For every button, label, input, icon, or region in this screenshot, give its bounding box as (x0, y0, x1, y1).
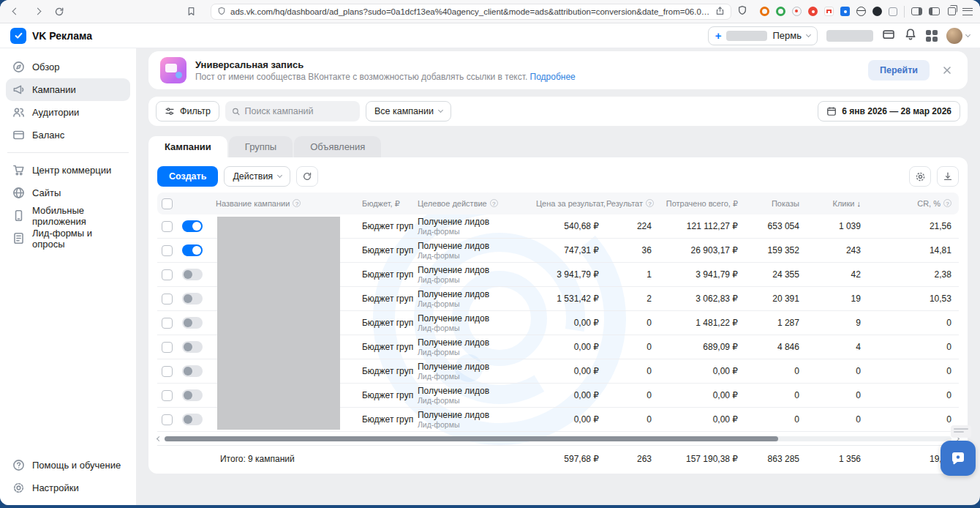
col-action[interactable]: Целевое действие (418, 199, 487, 208)
row-checkbox[interactable] (162, 390, 173, 401)
col-cr[interactable]: CR, % (917, 199, 941, 208)
result-cell: 0 (606, 311, 659, 335)
campaign-toggle[interactable] (182, 244, 203, 256)
horizontal-scrollbar[interactable] (157, 434, 959, 443)
campaign-toggle[interactable] (182, 293, 203, 305)
privacy-shield-icon[interactable] (737, 5, 747, 18)
campaign-toggle[interactable] (182, 414, 203, 425)
reload-button[interactable] (51, 4, 67, 20)
sidebar-item-help[interactable]: Помощь и обучение (6, 454, 130, 477)
actions-button[interactable]: Действия (224, 166, 290, 187)
col-result[interactable]: Результат (606, 199, 643, 208)
sort-desc-icon[interactable]: ↓ (856, 199, 861, 208)
split-view-icon[interactable] (911, 7, 922, 15)
close-icon[interactable] (938, 61, 956, 79)
sidebar-item-balance[interactable]: Баланс (6, 124, 130, 146)
back-button[interactable] (7, 4, 23, 20)
row-checkbox[interactable] (162, 414, 173, 425)
sidebar-item-overview[interactable]: Обзор (6, 56, 130, 78)
select-all-checkbox[interactable] (162, 198, 173, 209)
col-clicks[interactable]: Клики (833, 199, 855, 208)
extension-icon-green[interactable] (776, 7, 785, 16)
github-icon[interactable] (872, 7, 882, 16)
info-icon[interactable]: ? (646, 199, 654, 207)
menu-icon[interactable] (962, 8, 973, 15)
copy-icon[interactable] (948, 7, 956, 15)
extension-icon-blue[interactable] (840, 7, 850, 16)
sidebar-item-audiences[interactable]: Аудитории (6, 101, 130, 124)
campaign-toggle[interactable] (182, 317, 203, 329)
apps-grid-icon[interactable] (926, 30, 938, 42)
campaign-scope-select[interactable]: Все кампании (366, 101, 451, 122)
row-checkbox[interactable] (162, 294, 173, 305)
extension-icon-red[interactable] (808, 7, 818, 16)
support-chat-button[interactable] (941, 441, 976, 476)
campaign-toggle[interactable] (182, 389, 203, 401)
scroll-left-icon[interactable] (157, 436, 162, 441)
row-checkbox[interactable] (162, 221, 173, 232)
sidebar-item-mobile-apps[interactable]: Мобильные приложения (6, 204, 130, 227)
row-checkbox[interactable] (162, 245, 173, 256)
tab-campaigns[interactable]: Кампании (148, 136, 227, 157)
filter-button[interactable]: Фильтр (156, 101, 219, 122)
table-settings-button[interactable] (909, 166, 931, 187)
col-name[interactable]: Название кампании (216, 199, 290, 208)
forward-button[interactable] (29, 4, 45, 20)
sidebar-item-settings[interactable]: Настройки (6, 477, 130, 499)
redacted-account-name (726, 31, 767, 41)
wallet-icon[interactable] (882, 28, 895, 44)
extension-icon-orange[interactable] (760, 7, 769, 16)
sidebar-item-commerce-center[interactable]: Центр коммерции (6, 159, 130, 182)
col-cpr[interactable]: Цена за результат, ₽ (536, 199, 606, 208)
row-checkbox[interactable] (162, 318, 173, 329)
profile-menu[interactable] (946, 28, 970, 44)
clicks-cell: 4 (807, 335, 868, 359)
col-spent[interactable]: Потрачено всего, ₽ (666, 199, 738, 208)
gmail-icon[interactable] (824, 7, 834, 16)
spent-cell: 0,00 ₽ (659, 408, 745, 432)
search-input[interactable] (225, 101, 360, 122)
scrollbar-track[interactable] (165, 436, 951, 441)
row-checkbox[interactable] (162, 269, 173, 280)
result-cell: 0 (606, 359, 659, 384)
address-bar[interactable]: ads.vk.com/hq/dashboard/ad_plans?sudo=0a… (211, 4, 731, 20)
share-icon[interactable] (715, 5, 725, 18)
sidebar-item-sites[interactable]: Сайты (6, 182, 130, 204)
create-button[interactable]: Создать (157, 166, 218, 187)
total-result: 263 (606, 446, 659, 472)
sidebar-item-campaigns[interactable]: Кампании (6, 78, 130, 101)
info-icon[interactable]: ? (490, 199, 498, 207)
sidebar-toggle-icon[interactable] (929, 7, 940, 15)
campaign-toggle[interactable] (182, 220, 203, 232)
cpr-cell: 0,00 ₽ (536, 359, 606, 384)
globe-extension-icon[interactable] (856, 7, 866, 16)
objective-cell: Получение лидов Лид-формы (413, 359, 536, 384)
bell-icon[interactable] (904, 28, 917, 44)
bookmark-icon[interactable] (183, 4, 199, 20)
tab-groups[interactable]: Группы (229, 136, 293, 157)
col-budget[interactable]: Бюджет, ₽ (362, 199, 400, 208)
brand[interactable]: VK Реклама (10, 28, 92, 44)
sidebar-item-lead-forms[interactable]: Лид-формы и опросы (6, 227, 130, 250)
info-icon[interactable]: ? (943, 199, 951, 207)
date-range-button[interactable]: 6 янв 2026 — 28 мар 2026 (818, 101, 960, 122)
export-button[interactable] (937, 166, 959, 187)
puzzle-extension-icon[interactable] (889, 7, 897, 16)
clicks-cell: 0 (807, 408, 868, 432)
row-checkbox[interactable] (162, 366, 173, 377)
tab-ads[interactable]: Объявления (294, 136, 381, 157)
more-link[interactable]: Подробнее (530, 72, 576, 82)
refresh-button[interactable] (296, 166, 318, 187)
info-icon[interactable]: ? (293, 199, 301, 207)
extension-icon-record[interactable] (792, 7, 802, 16)
cpr-cell: 3 941,79 ₽ (536, 263, 606, 287)
row-checkbox[interactable] (162, 342, 173, 353)
campaign-toggle[interactable] (182, 269, 203, 280)
scrollbar-thumb[interactable] (165, 436, 778, 441)
campaign-toggle[interactable] (182, 341, 203, 353)
region-select[interactable]: + Пермь (708, 26, 818, 45)
spent-cell: 0,00 ₽ (659, 359, 745, 384)
campaign-toggle[interactable] (182, 365, 203, 377)
go-button[interactable]: Перейти (868, 60, 930, 81)
col-shows[interactable]: Показы (772, 199, 799, 208)
